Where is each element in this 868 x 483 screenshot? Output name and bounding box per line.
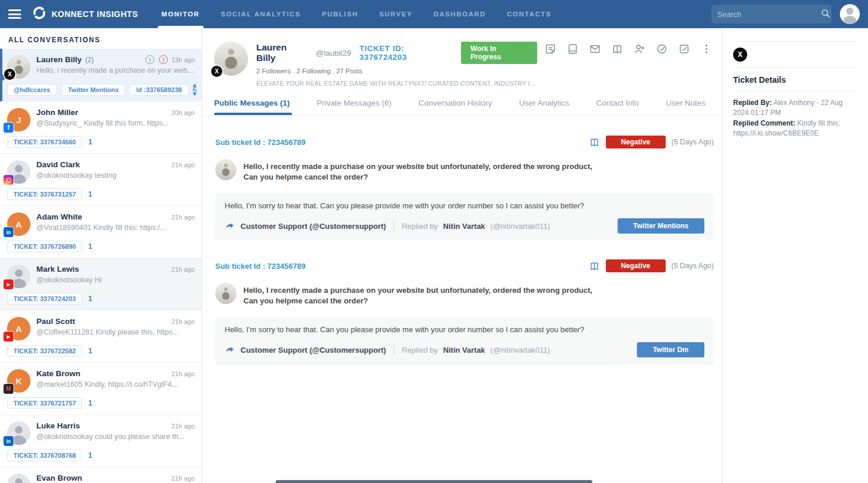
reply-card: Hello, I'm sorry to hear that. Can you p… bbox=[215, 318, 714, 364]
youtube-icon: ▶ bbox=[4, 279, 13, 289]
mail-icon[interactable] bbox=[589, 43, 601, 55]
conversation-name: Adam White bbox=[36, 212, 82, 221]
message-count: 1 bbox=[88, 138, 92, 146]
tab-contact-info[interactable]: Contact Info bbox=[596, 99, 639, 115]
book-icon[interactable] bbox=[589, 137, 600, 148]
conversation-item-lauren-billy[interactable]: X Lauren Billy (2) ! ! 13h ago Hello, i … bbox=[0, 49, 202, 102]
ticket-pill[interactable]: TICKET: 3376734560 bbox=[7, 136, 82, 148]
reply-composer-edge[interactable] bbox=[276, 480, 592, 483]
replied-by-prefix: Replied by bbox=[402, 222, 438, 231]
conversation-item-mark-lewis[interactable]: ▶ Mark Lewis 21h ago @okoknotsookay Hi T… bbox=[0, 258, 202, 310]
conversation-preview: @Virat18590401 Kindly fill this: https:/… bbox=[36, 224, 195, 232]
tab-private-messages[interactable]: Private Messages (6) bbox=[317, 99, 392, 115]
conversation-time: 13h ago bbox=[171, 56, 195, 63]
tag-channel[interactable]: Twitter Mentions bbox=[62, 84, 126, 96]
unread-badge: 2 bbox=[193, 84, 196, 96]
ticket-details-title: Ticket Details bbox=[733, 68, 857, 91]
conversation-item-kate-brown[interactable]: K M Kate Brown 21h ago @market1605 Kindl… bbox=[0, 363, 202, 415]
subticket-time: (5 Days Ago) bbox=[672, 138, 714, 146]
tab-user-analytics[interactable]: User Analytics bbox=[519, 99, 569, 115]
channel-button[interactable]: Twitter Mentions bbox=[618, 218, 704, 234]
reply-card: Hello, I'm sorry to hear that. Can you p… bbox=[215, 194, 714, 241]
note-icon[interactable] bbox=[544, 43, 557, 55]
tab-user-notes[interactable]: User Notes bbox=[666, 99, 706, 115]
sidebar-header: ALL CONVERSATIONS bbox=[0, 28, 202, 49]
replier-name: Nitin Vartak bbox=[443, 222, 486, 231]
conversation-name: Evan Brown bbox=[36, 474, 82, 482]
conversation-item-luke-harris[interactable]: in Luke Harris 21h ago @okoknotsookay co… bbox=[0, 415, 202, 467]
sentiment-badge[interactable]: Negative bbox=[606, 136, 666, 148]
book-icon[interactable] bbox=[589, 261, 600, 272]
brand-logo[interactable]: KONNECT INSIGHTS bbox=[32, 5, 138, 23]
search-box[interactable] bbox=[711, 5, 832, 23]
message-text: Hello, I recently made a purchase on you… bbox=[243, 283, 592, 306]
ticket-detail-pane: X Lauren Billy @laubil29 TICKET ID: 3376… bbox=[202, 28, 723, 483]
conversation-preview: @okoknotsookay Hi bbox=[36, 276, 195, 284]
message-count: 1 bbox=[88, 399, 92, 407]
conversation-item-david-clark[interactable]: David Clark 21h ago @okoknotsookay testi… bbox=[0, 154, 202, 206]
more-vertical-icon[interactable] bbox=[700, 43, 713, 55]
conversation-item-paul-scott[interactable]: A ▶ Paul Scott 21h ago @CoffeeK111281 Ki… bbox=[0, 310, 202, 363]
ticket-status-badge[interactable]: Work In Progress bbox=[461, 42, 537, 64]
conversation-time: 21h ago bbox=[171, 161, 195, 168]
linkedin-icon: in bbox=[4, 227, 13, 237]
conversation-preview: Hello, i recently made a purchase on you… bbox=[36, 66, 195, 75]
alert-red-icon[interactable]: ! bbox=[159, 55, 168, 64]
linkedin-icon: in bbox=[4, 436, 13, 446]
check-square-icon[interactable] bbox=[678, 43, 690, 55]
alert-icon[interactable]: ! bbox=[145, 55, 154, 64]
x-twitter-icon: X bbox=[4, 69, 15, 80]
book-icon[interactable] bbox=[611, 43, 623, 55]
conversation-time: 21h ago bbox=[171, 370, 195, 377]
conversation-count-suffix: (2) bbox=[85, 56, 94, 64]
support-account: Customer Support (@Customersupport) bbox=[240, 346, 386, 354]
avatar bbox=[7, 474, 30, 483]
ticket-pill[interactable]: TICKET: 3376722582 bbox=[7, 345, 82, 357]
nav-publish[interactable]: PUBLISH bbox=[322, 0, 358, 28]
check-circle-icon[interactable] bbox=[656, 43, 668, 55]
tab-public-messages[interactable]: Public Messages (1) bbox=[214, 99, 290, 115]
ticket-pill[interactable]: TICKET: 3376731257 bbox=[7, 188, 82, 200]
tag-id[interactable]: Id :3376589238 bbox=[130, 84, 188, 96]
replied-comment-label: Replied Comment: bbox=[733, 119, 795, 127]
search-icon[interactable] bbox=[820, 8, 830, 21]
conversation-name: Lauren Billy bbox=[36, 55, 82, 64]
conversation-preview: @okoknotsookay could you please share th… bbox=[36, 433, 195, 441]
profile-avatar[interactable] bbox=[840, 4, 860, 24]
nav-dashboard[interactable]: DASHBOARD bbox=[433, 0, 486, 28]
nav-social-analytics[interactable]: SOCIAL ANALYTICS bbox=[221, 0, 301, 28]
nav-survey[interactable]: SURVEY bbox=[379, 0, 413, 28]
ticket-details-panel: X Ticket Details Replied By: Alex Anthon… bbox=[723, 28, 868, 483]
conversation-item-john-miller[interactable]: J f John Miller 20h ago @Studysync_ Kind… bbox=[0, 102, 202, 154]
conversations-sidebar: ALL CONVERSATIONS X Lauren Billy (2) ! ! bbox=[0, 28, 202, 483]
conversation-name: Paul Scott bbox=[36, 317, 75, 326]
subticket-id[interactable]: Sub ticket Id : 723456789 bbox=[215, 138, 306, 147]
ticket-pill[interactable]: TICKET: 3376721757 bbox=[7, 397, 82, 409]
reading-pane-icon[interactable] bbox=[567, 43, 579, 55]
add-user-icon[interactable] bbox=[633, 43, 646, 55]
subticket-id[interactable]: Sub ticket Id : 723456789 bbox=[215, 262, 306, 271]
tag-account[interactable]: @hdfccares bbox=[7, 84, 57, 96]
ticket-pill[interactable]: TICKET: 3376726890 bbox=[7, 241, 82, 252]
user-handle: @laubil29 bbox=[316, 49, 351, 58]
search-input[interactable] bbox=[717, 10, 820, 19]
conversation-preview: @okoknotsookay testing bbox=[36, 171, 195, 180]
tab-conversation-history[interactable]: Conversation History bbox=[419, 99, 492, 115]
nav-contacts[interactable]: CONTACTS bbox=[507, 0, 551, 28]
subticket-block: Sub ticket Id : 723456789 Negative (5 Da… bbox=[215, 136, 714, 241]
konnect-logo-icon bbox=[32, 5, 47, 23]
user-name: Lauren Billy bbox=[256, 42, 307, 63]
conversation-time: 21h ago bbox=[171, 423, 195, 430]
channel-button[interactable]: Twitter Dm bbox=[637, 342, 704, 357]
message-count: 1 bbox=[88, 347, 92, 355]
ticket-pill[interactable]: TICKET: 3376724203 bbox=[7, 293, 82, 305]
conversation-item-evan-brown[interactable]: f Evan Brown 21h ago @okoknotsookay , i'… bbox=[0, 467, 202, 483]
ticket-pill[interactable]: TICKET: 3376708768 bbox=[7, 450, 82, 461]
conversation-time: 21h ago bbox=[171, 266, 195, 273]
x-twitter-icon[interactable]: X bbox=[733, 48, 747, 62]
sentiment-badge[interactable]: Negative bbox=[606, 259, 666, 272]
conversation-item-adam-white[interactable]: A in Adam White 21h ago @Virat18590401 K… bbox=[0, 206, 202, 258]
menu-icon[interactable] bbox=[8, 9, 21, 19]
brand-name: KONNECT INSIGHTS bbox=[52, 9, 138, 19]
nav-monitor[interactable]: MONITOR bbox=[161, 0, 199, 28]
